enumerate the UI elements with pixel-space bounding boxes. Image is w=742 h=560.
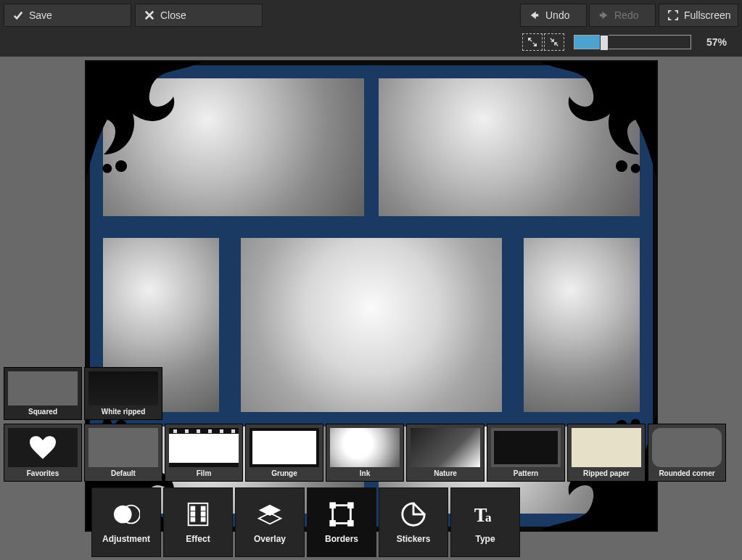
zoom-slider[interactable] [574, 35, 691, 49]
fullscreen-icon [668, 10, 678, 20]
zoom-slider-fill [574, 36, 600, 49]
redo-button[interactable]: Redo [589, 4, 656, 27]
svg-rect-11 [191, 507, 195, 511]
svg-rect-16 [202, 518, 205, 522]
zoom-slider-thumb[interactable] [600, 35, 609, 51]
thumb-preview [330, 428, 400, 467]
tool-label: Type [475, 534, 495, 544]
svg-point-3 [630, 164, 640, 173]
thumb-label: Favorites [4, 467, 81, 481]
thumb-preview [169, 428, 239, 467]
collage-cell[interactable] [241, 238, 502, 412]
floral-corner-icon [540, 62, 656, 178]
stickers-icon [400, 501, 427, 528]
border-thumb-default[interactable]: Default [84, 424, 162, 482]
thumb-preview [88, 428, 158, 467]
tool-type[interactable]: Ta Type [450, 487, 520, 557]
svg-rect-19 [349, 503, 353, 508]
thumb-preview [411, 428, 480, 467]
svg-point-1 [102, 164, 112, 173]
fullscreen-button[interactable]: Fullscreen [659, 4, 738, 27]
svg-rect-15 [202, 512, 205, 516]
collage-cell[interactable] [524, 238, 640, 412]
border-thumb-ink[interactable]: Ink [326, 424, 404, 482]
thumb-preview [8, 428, 78, 467]
overlay-icon [256, 501, 284, 528]
close-label: Close [160, 9, 186, 21]
thumb-label: Ripped paper [568, 467, 645, 481]
fit-screen-button[interactable] [544, 33, 564, 51]
fit-actual-button[interactable] [522, 33, 543, 51]
topbar: Save Close Undo Redo Ful [0, 0, 742, 57]
fullscreen-label: Fullscreen [684, 9, 731, 21]
heart-icon [30, 436, 56, 459]
thumb-preview [250, 428, 319, 467]
paper-thumb-white-ripped[interactable]: White ripped [84, 367, 162, 420]
border-thumb-film[interactable]: Film [165, 424, 243, 482]
thumb-label: Ink [326, 467, 403, 481]
floral-corner-icon [86, 62, 202, 178]
check-icon [13, 10, 23, 20]
thumb-label: Film [165, 467, 242, 481]
tool-adjustment[interactable]: Adjustment [91, 487, 161, 557]
tool-label: Stickers [397, 534, 431, 544]
type-icon: Ta [471, 501, 499, 528]
border-thumb-ripped-paper[interactable]: Ripped paper [567, 424, 646, 482]
borders-icon [328, 501, 355, 528]
tool-label: Adjustment [102, 534, 150, 544]
close-icon [144, 10, 154, 20]
svg-point-0 [115, 160, 127, 172]
arrow-left-icon [529, 10, 540, 20]
undo-button[interactable]: Undo [520, 4, 587, 27]
undo-label: Undo [545, 9, 569, 21]
tool-overlay[interactable]: Overlay [235, 487, 305, 557]
tool-effect[interactable]: Effect [163, 487, 233, 557]
close-button[interactable]: Close [135, 4, 263, 27]
svg-point-2 [616, 160, 627, 172]
border-thumb-pattern[interactable]: Pattern [487, 424, 565, 482]
thumb-label: Nature [407, 467, 484, 481]
thumb-preview [88, 371, 158, 405]
arrow-right-icon [598, 10, 609, 20]
redo-label: Redo [614, 9, 638, 21]
canvas-area [0, 57, 742, 560]
save-label: Save [29, 9, 52, 21]
svg-text:a: a [485, 511, 492, 524]
svg-rect-21 [349, 522, 353, 526]
tool-stickers[interactable]: Stickers [379, 487, 448, 557]
thumb-preview [8, 371, 78, 405]
paper-style-row: Squared White ripped [4, 367, 162, 420]
tool-label: Borders [325, 534, 358, 544]
border-thumb-nature[interactable]: Nature [406, 424, 485, 482]
thumb-preview [572, 428, 641, 467]
svg-rect-14 [202, 507, 205, 511]
border-thumb-grunge[interactable]: Grunge [245, 424, 323, 482]
svg-rect-20 [331, 522, 335, 526]
effect-icon [184, 501, 212, 528]
zoom-value: 57% [697, 35, 736, 49]
svg-rect-12 [191, 512, 195, 516]
thumb-preview [491, 428, 561, 467]
tool-label: Effect [186, 534, 210, 544]
thumb-label: Squared [4, 405, 81, 419]
thumb-label: Grunge [246, 467, 323, 481]
save-button[interactable]: Save [4, 4, 131, 27]
tool-borders[interactable]: Borders [307, 487, 376, 557]
border-thumb-favorites[interactable]: Favorites [4, 424, 82, 482]
thumb-label: Rounded corner [648, 467, 725, 481]
adjustment-icon [112, 501, 140, 528]
thumb-label: Default [85, 467, 162, 481]
thumb-preview [652, 428, 722, 467]
thumb-label: Pattern [487, 467, 564, 481]
svg-rect-18 [331, 503, 335, 508]
tool-tabs: Adjustment Effect Overlay Borders Sticke… [91, 487, 520, 557]
thumb-label: White ripped [85, 405, 162, 419]
svg-rect-13 [191, 518, 195, 522]
border-thumb-rounded-corner[interactable]: Rounded corner [648, 424, 726, 482]
border-category-row: Favorites Default Film Grunge Ink Nature… [4, 424, 726, 482]
paper-thumb-squared[interactable]: Squared [4, 367, 82, 420]
tool-label: Overlay [254, 534, 286, 544]
